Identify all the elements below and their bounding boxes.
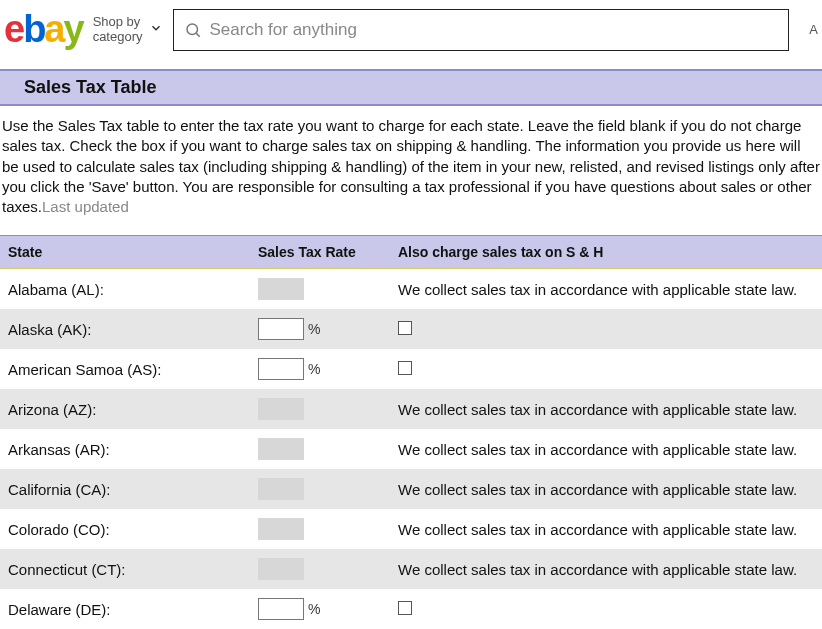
state-cell: Delaware (DE):	[0, 589, 250, 629]
table-row: Arkansas (AR):We collect sales tax in ac…	[0, 429, 822, 469]
page-header: ebay Shop by category A	[0, 0, 822, 65]
rate-cell: %	[250, 349, 390, 389]
sandh-cell	[390, 589, 822, 629]
table-row: California (CA):We collect sales tax in …	[0, 469, 822, 509]
state-cell: Alabama (AL):	[0, 269, 250, 310]
advanced-link-stub[interactable]: A	[799, 22, 818, 37]
sandh-cell	[390, 349, 822, 389]
rate-cell: %	[250, 589, 390, 629]
svg-line-1	[196, 33, 199, 36]
table-row: Alabama (AL):We collect sales tax in acc…	[0, 269, 822, 310]
rate-cell	[250, 509, 390, 549]
sandh-cell: We collect sales tax in accordance with …	[390, 469, 822, 509]
sandh-cell: We collect sales tax in accordance with …	[390, 269, 822, 310]
table-row: Arizona (AZ):We collect sales tax in acc…	[0, 389, 822, 429]
search-input[interactable]	[210, 20, 779, 40]
sandh-cell: We collect sales tax in accordance with …	[390, 389, 822, 429]
state-cell: Colorado (CO):	[0, 509, 250, 549]
sandh-cell	[390, 309, 822, 349]
percent-label: %	[308, 321, 320, 337]
collect-note: We collect sales tax in accordance with …	[398, 281, 797, 298]
tax-rate-input[interactable]	[258, 358, 304, 380]
rate-cell	[250, 469, 390, 509]
table-row: Colorado (CO):We collect sales tax in ac…	[0, 509, 822, 549]
rate-cell	[250, 549, 390, 589]
last-updated: Last updated	[42, 198, 129, 215]
tax-rate-readonly	[258, 558, 304, 580]
sandh-cell: We collect sales tax in accordance with …	[390, 509, 822, 549]
logo-letter-y: y	[64, 8, 83, 51]
rate-cell	[250, 269, 390, 310]
col-header-sandh: Also charge sales tax on S & H	[390, 236, 822, 269]
shop-by-line2: category	[93, 30, 143, 45]
section-title: Sales Tax Table	[24, 77, 798, 98]
tax-rate-input[interactable]	[258, 318, 304, 340]
state-cell: California (CA):	[0, 469, 250, 509]
sandh-checkbox[interactable]	[398, 321, 412, 335]
sandh-cell: We collect sales tax in accordance with …	[390, 549, 822, 589]
section-header: Sales Tax Table	[0, 69, 822, 104]
rate-cell: %	[250, 309, 390, 349]
tax-rate-input[interactable]	[258, 598, 304, 620]
table-row: Alaska (AK):%	[0, 309, 822, 349]
tax-rate-readonly	[258, 398, 304, 420]
state-cell: Alaska (AK):	[0, 309, 250, 349]
collect-note: We collect sales tax in accordance with …	[398, 401, 797, 418]
state-cell: Arizona (AZ):	[0, 389, 250, 429]
state-cell: Connecticut (CT):	[0, 549, 250, 589]
search-icon	[184, 21, 202, 39]
percent-label: %	[308, 601, 320, 617]
state-cell: American Samoa (AS):	[0, 349, 250, 389]
ebay-logo[interactable]: ebay	[4, 8, 83, 51]
shop-by-line1: Shop by	[93, 15, 143, 30]
sandh-checkbox[interactable]	[398, 601, 412, 615]
sandh-checkbox[interactable]	[398, 361, 412, 375]
rate-cell	[250, 389, 390, 429]
table-row: Connecticut (CT):We collect sales tax in…	[0, 549, 822, 589]
sales-tax-table: State Sales Tax Rate Also charge sales t…	[0, 235, 822, 629]
rate-cell	[250, 429, 390, 469]
percent-label: %	[308, 361, 320, 377]
intro-text: Use the Sales Tax table to enter the tax…	[0, 106, 822, 221]
tax-rate-readonly	[258, 478, 304, 500]
chevron-down-icon	[149, 21, 163, 38]
state-cell: Arkansas (AR):	[0, 429, 250, 469]
svg-point-0	[187, 24, 198, 35]
collect-note: We collect sales tax in accordance with …	[398, 441, 797, 458]
tax-rate-readonly	[258, 438, 304, 460]
collect-note: We collect sales tax in accordance with …	[398, 521, 797, 538]
logo-letter-b: b	[23, 8, 44, 51]
collect-note: We collect sales tax in accordance with …	[398, 481, 797, 498]
logo-letter-a: a	[44, 8, 63, 51]
col-header-rate: Sales Tax Rate	[250, 236, 390, 269]
collect-note: We collect sales tax in accordance with …	[398, 561, 797, 578]
table-row: Delaware (DE):%	[0, 589, 822, 629]
sandh-cell: We collect sales tax in accordance with …	[390, 429, 822, 469]
logo-letter-e: e	[4, 8, 23, 51]
tax-rate-readonly	[258, 518, 304, 540]
table-row: American Samoa (AS):%	[0, 349, 822, 389]
tax-rate-readonly	[258, 278, 304, 300]
shop-by-category[interactable]: Shop by category	[93, 15, 163, 45]
search-bar	[173, 9, 790, 51]
col-header-state: State	[0, 236, 250, 269]
